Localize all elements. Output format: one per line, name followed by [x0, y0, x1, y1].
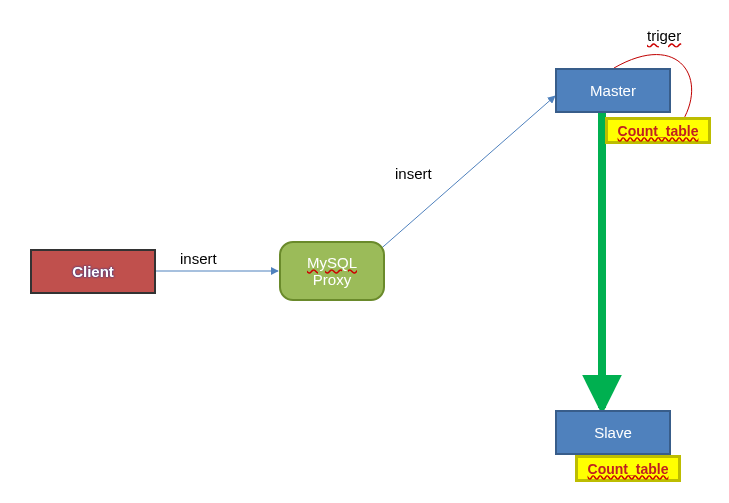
count-table-slave-label: Count_table: [588, 461, 669, 477]
diagram-stage: Count_table Count_table Client MySQL Pro…: [0, 0, 729, 503]
count-table-master-label: Count_table: [618, 123, 699, 139]
slave-node: Slave: [555, 410, 671, 455]
master-label: Master: [590, 82, 636, 99]
count-table-master: Count_table: [605, 117, 711, 144]
count-table-slave: Count_table: [575, 455, 681, 482]
mysql-proxy-label: MySQL Proxy: [307, 254, 357, 289]
edge-label-proxy-master: insert: [395, 165, 432, 182]
mysql-proxy-label-bottom: Proxy: [313, 271, 351, 288]
mysql-proxy-label-top: MySQL: [307, 254, 357, 271]
master-node: Master: [555, 68, 671, 113]
edge-label-trigger-text: triger: [647, 27, 681, 44]
client-label: Client: [72, 263, 114, 280]
client-node: Client: [30, 249, 156, 294]
edge-label-proxy-master-text: insert: [395, 165, 432, 182]
edge-label-client-proxy: insert: [180, 250, 217, 267]
mysql-proxy-node: MySQL Proxy: [279, 241, 385, 301]
edge-label-client-proxy-text: insert: [180, 250, 217, 267]
slave-label: Slave: [594, 424, 632, 441]
edge-label-trigger: triger: [647, 27, 681, 44]
